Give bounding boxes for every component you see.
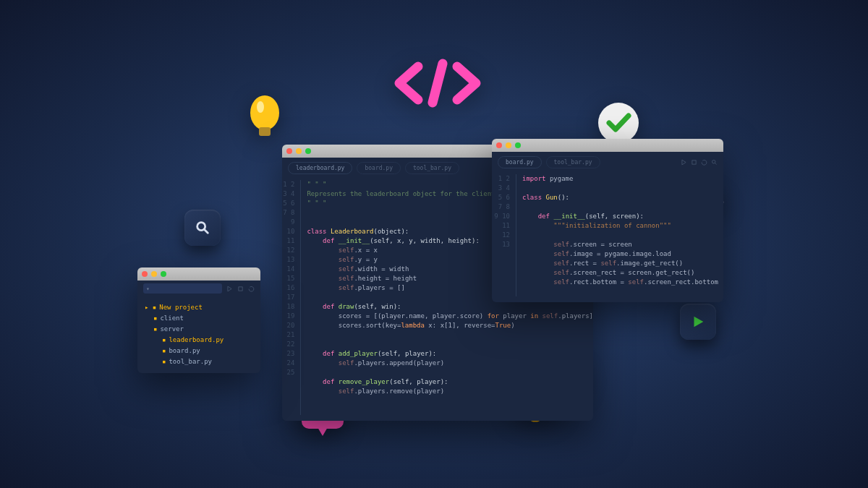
search-input[interactable]: ▾ — [143, 283, 222, 294]
tab-leaderboard[interactable]: leaderboard.py — [288, 162, 352, 174]
run-icon[interactable] — [681, 159, 687, 166]
search-icon[interactable] — [711, 159, 718, 166]
svg-point-32 — [712, 160, 716, 164]
svg-rect-35 — [239, 286, 242, 290]
loop-icon[interactable] — [248, 286, 255, 292]
tab-board[interactable]: board.py — [357, 162, 401, 174]
svg-line-6 — [205, 230, 208, 234]
file-icon: ▪ — [162, 346, 166, 356]
tree-file[interactable]: ▪tool_bar.py — [145, 356, 253, 367]
minimize-icon[interactable] — [506, 142, 511, 148]
close-icon[interactable] — [142, 271, 148, 277]
file-tree: ▸ ▪ New project ▪client▪server▪leaderboa… — [137, 296, 260, 373]
maximize-icon[interactable] — [161, 271, 166, 277]
tree-file[interactable]: ▪board.py — [145, 346, 253, 356]
stop-icon[interactable] — [691, 159, 697, 166]
maximize-icon[interactable] — [305, 148, 311, 154]
close-icon[interactable] — [496, 142, 502, 148]
svg-line-0 — [433, 64, 443, 103]
stop-icon[interactable] — [237, 286, 244, 292]
svg-marker-28 — [318, 427, 328, 436]
close-icon[interactable] — [286, 148, 292, 154]
run-icon[interactable] — [226, 286, 233, 292]
minimize-icon[interactable] — [151, 271, 157, 277]
maximize-icon[interactable] — [515, 142, 521, 148]
svg-marker-7 — [694, 317, 704, 328]
file-icon: ▪ — [162, 356, 166, 367]
code-area[interactable]: 1 2 3 4 5 6 7 8 9 10 11 12 13 import pyg… — [492, 173, 723, 302]
svg-point-1 — [250, 95, 279, 130]
minimize-icon[interactable] — [296, 148, 302, 154]
titlebar[interactable] — [137, 267, 260, 281]
tree-folder[interactable]: ▪server — [145, 324, 253, 335]
search-button[interactable] — [184, 210, 221, 246]
titlebar[interactable] — [492, 139, 723, 152]
svg-marker-34 — [228, 286, 231, 291]
bulb-icon — [246, 94, 284, 146]
editor-window-right: board.py tool_bar.py 1 2 3 4 5 6 7 8 9 1… — [492, 139, 723, 302]
folder-icon: ▪ — [153, 324, 157, 335]
code-bracket-icon — [391, 58, 485, 110]
tab-toolbar[interactable]: tool_bar.py — [546, 156, 600, 168]
svg-point-3 — [257, 101, 264, 113]
svg-line-33 — [715, 163, 717, 165]
svg-rect-31 — [692, 160, 696, 164]
loop-icon[interactable] — [701, 159, 707, 166]
folder-icon: ▪ — [153, 313, 157, 324]
tree-root[interactable]: ▸ ▪ New project — [145, 302, 253, 313]
file-icon: ▪ — [162, 335, 166, 346]
svg-rect-2 — [259, 127, 271, 136]
play-button[interactable] — [680, 304, 716, 340]
folder-icon: ▸ ▪ — [145, 302, 156, 313]
tree-file[interactable]: ▪leaderboard.py — [145, 335, 253, 346]
svg-marker-30 — [682, 160, 686, 165]
file-explorer-window: ▾ ▸ ▪ New project ▪client▪server▪leaderb… — [137, 267, 260, 373]
tree-folder[interactable]: ▪client — [145, 313, 253, 324]
chevron-down-icon[interactable]: ▾ — [146, 286, 150, 292]
tab-toolbar[interactable]: tool_bar.py — [405, 162, 459, 174]
tab-board[interactable]: board.py — [498, 156, 542, 168]
